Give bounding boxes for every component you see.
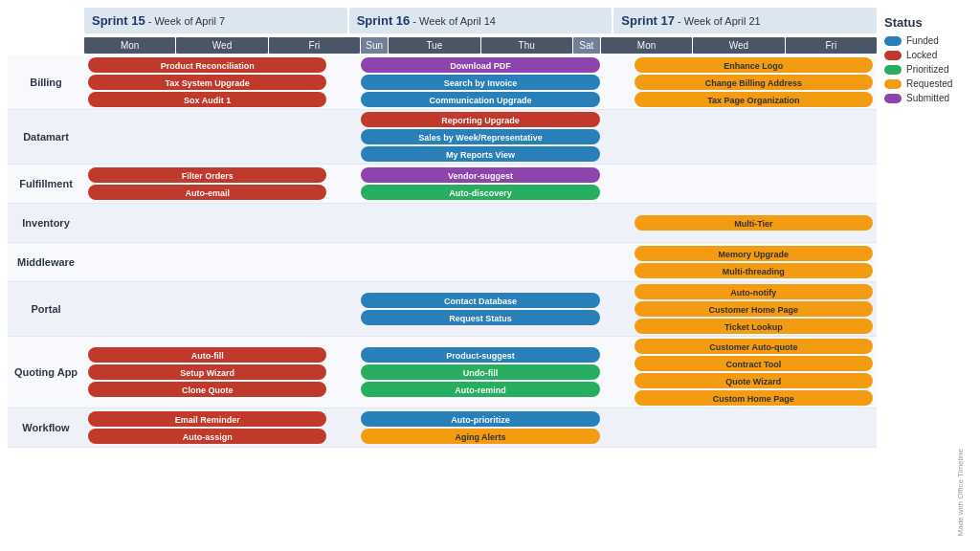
day-mon-s17: Mon: [601, 37, 692, 54]
sprint15-section: [84, 118, 330, 156]
sprint15-week: - Week of April 7: [148, 15, 226, 27]
task-bar: Customer Auto-quote: [635, 339, 873, 354]
row-content: Memory UpgradeMulti-threading: [84, 243, 877, 281]
table-row: BillingProduct ReconciliationTax System …: [8, 55, 877, 110]
sprint15-section: [84, 290, 330, 328]
task-bar: Setup Wizard: [88, 364, 326, 380]
day-thu-s16: Thu: [481, 37, 572, 54]
task-bar: Memory Upgrade: [635, 246, 873, 261]
task-bar: Filter Orders: [88, 167, 326, 183]
row-content: Auto-fillSetup WizardClone QuoteProduct-…: [84, 337, 877, 408]
task-bar: Auto-email: [88, 185, 326, 200]
task-bar: Multi-threading: [635, 263, 873, 278]
legend-item: Funded: [884, 35, 965, 46]
sprint-headers: Sprint 15 - Week of April 7 Sprint 16 - …: [84, 8, 877, 33]
day-headers: Mon Wed Fri Sun Tue Thu Sat Mon Wed Fri: [84, 37, 877, 54]
legend-area: Status FundedLockedPrioritizedRequestedS…: [877, 8, 972, 543]
sprint15-section: Product ReconciliationTax System Upgrade…: [84, 55, 330, 109]
legend-dot: [884, 51, 902, 60]
task-bar: Reporting Upgrade: [361, 112, 599, 127]
sprint15-section: [84, 243, 330, 281]
task-bar: Quote Wizard: [635, 373, 873, 388]
legend-items: FundedLockedPrioritizedRequestedSubmitte…: [884, 35, 965, 107]
task-bar: My Reports View: [361, 146, 599, 162]
task-bar: Customer Home Page: [635, 301, 873, 317]
sprint16-num: Sprint 16: [357, 13, 411, 28]
task-bar: Tax System Upgrade: [88, 75, 326, 90]
day-fri-s15: Fri: [269, 37, 360, 54]
task-bar: Vendor-suggest: [361, 167, 599, 183]
task-bar: Undo-fill: [361, 364, 599, 380]
sprint17-header: Sprint 17 - Week of April 21: [613, 8, 877, 33]
sprint15-section: Email ReminderAuto-assign: [84, 408, 330, 447]
task-bar: Auto-fill: [88, 347, 326, 363]
task-bar: Product-suggest: [361, 347, 599, 363]
table-row: DatamartReporting UpgradeSales by Week/R…: [8, 110, 877, 165]
sprint16-section: [357, 243, 603, 281]
watermark: Made with Office Timeline: [956, 449, 965, 536]
sprint15-section: [84, 204, 330, 242]
day-fri-s17: Fri: [786, 37, 877, 54]
legend-item: Submitted: [884, 93, 965, 103]
task-bar: Multi-Tier: [635, 215, 873, 231]
task-bar: Tax Page Organization: [635, 92, 873, 107]
grid: BillingProduct ReconciliationTax System …: [8, 55, 877, 543]
row-content: Filter OrdersAuto-emailVendor-suggestAut…: [84, 165, 877, 203]
sprint16-section: Auto-prioritizeAging Alerts: [357, 408, 603, 447]
task-bar: Auto-discovery: [361, 185, 599, 200]
task-bar: Auto-prioritize: [361, 411, 599, 427]
table-row: InventoryMulti-Tier: [8, 204, 877, 243]
task-bar: Auto-notify: [635, 284, 873, 299]
task-bar: Custom Home Page: [635, 390, 873, 406]
sprint15-num: Sprint 15: [92, 13, 145, 28]
sprint17-section: Customer Auto-quoteContract ToolQuote Wi…: [631, 337, 877, 408]
legend-dot: [884, 36, 902, 46]
row-content: Email ReminderAuto-assignAuto-prioritize…: [84, 408, 877, 447]
sprint15-section: Filter OrdersAuto-email: [84, 165, 330, 203]
sprint16-header: Sprint 16 - Week of April 14: [349, 8, 612, 33]
sprint17-section: [631, 118, 877, 156]
row-content: Reporting UpgradeSales by Week/Represent…: [84, 110, 877, 164]
row-label: Datamart: [8, 129, 84, 144]
task-bar: Auto-remind: [361, 382, 599, 397]
legend-item: Locked: [884, 50, 965, 60]
sprint17-section: Enhance LogoChange Billing AddressTax Pa…: [631, 55, 877, 109]
task-bar: Sox Audit 1: [88, 92, 326, 107]
day-mon-s15: Mon: [84, 37, 175, 54]
table-row: Quoting AppAuto-fillSetup WizardClone Qu…: [8, 337, 877, 408]
table-row: WorkflowEmail ReminderAuto-assignAuto-pr…: [8, 408, 877, 448]
sprint15-header: Sprint 15 - Week of April 7: [84, 8, 347, 33]
task-bar: Search by Invoice: [361, 75, 599, 90]
sprint16-section: [357, 204, 603, 242]
legend-dot: [884, 65, 902, 75]
table-row: PortalContact DatabaseRequest StatusAuto…: [8, 282, 877, 337]
task-bar: Communication Upgrade: [361, 92, 599, 107]
legend-dot: [884, 79, 902, 89]
table-row: FulfillmentFilter OrdersAuto-emailVendor…: [8, 165, 877, 204]
task-bar: Enhance Logo: [635, 57, 873, 73]
row-content: Product ReconciliationTax System Upgrade…: [84, 55, 877, 109]
sprint17-week: - Week of April 21: [678, 15, 761, 27]
sprint15-section: Auto-fillSetup WizardClone Quote: [84, 345, 330, 399]
row-content: Multi-Tier: [84, 204, 877, 242]
task-bar: Aging Alerts: [361, 429, 599, 444]
task-bar: Contact Database: [361, 293, 599, 308]
sprint16-section: Product-suggestUndo-fillAuto-remind: [357, 345, 603, 399]
sprint16-section: Vendor-suggestAuto-discovery: [357, 165, 603, 203]
sprint16-section: Reporting UpgradeSales by Week/Represent…: [357, 110, 603, 164]
row-content: Contact DatabaseRequest StatusAuto-notif…: [84, 282, 877, 336]
sprint16-week: - Week of April 14: [412, 15, 496, 27]
row-label: Middleware: [8, 254, 84, 270]
sprint16-section: Download PDFSearch by InvoiceCommunicati…: [357, 55, 603, 109]
sprint17-section: [631, 408, 877, 447]
task-bar: Sales by Week/Representative: [361, 129, 599, 144]
row-label: Fulfillment: [8, 176, 84, 191]
task-bar: Clone Quote: [88, 382, 326, 397]
sprint17-section: [631, 165, 877, 203]
table-row: MiddlewareMemory UpgradeMulti-threading: [8, 243, 877, 282]
task-bar: Download PDF: [361, 57, 599, 73]
legend-dot: [884, 94, 902, 103]
row-label: Inventory: [8, 215, 84, 231]
task-bar: Product Reconciliation: [88, 57, 326, 73]
day-wed-s17: Wed: [693, 37, 784, 54]
